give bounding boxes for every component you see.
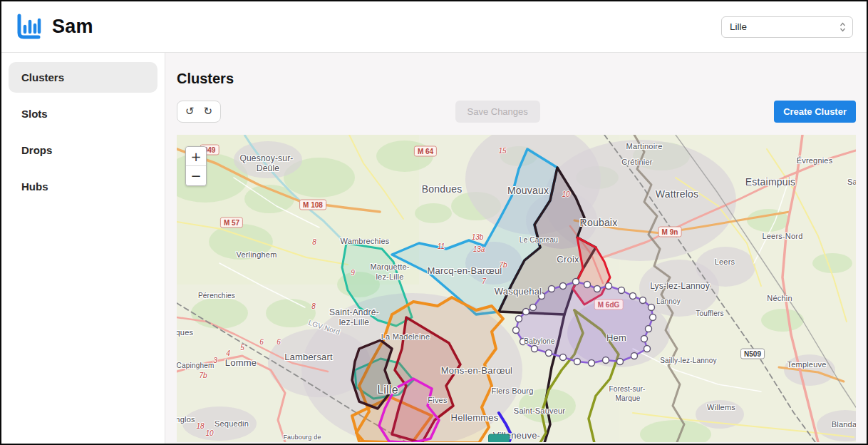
vertex-handle[interactable] (513, 327, 520, 334)
map-label-martinoire: Martinoire (626, 142, 663, 150)
main-content: Clusters ↺ ↻ Save Changes Create Cluster… (165, 53, 867, 444)
vertex-handle[interactable] (649, 305, 655, 311)
map-canvas[interactable]: Quesnoy-sur-DeûleBonduesMouvauxMartinoir… (177, 135, 856, 442)
undo-icon[interactable]: ↺ (185, 104, 195, 119)
road-shield-x (488, 434, 510, 443)
save-changes-button[interactable]: Save Changes (455, 101, 540, 123)
map-label-sequedin: Sequedin (215, 419, 249, 428)
map-label-fives: Fives (428, 396, 447, 404)
map-label-marque: Marque (615, 394, 640, 402)
road-number-3: 3 (213, 357, 217, 364)
map-label-verlinghem: Verlinghem (236, 250, 277, 259)
vertex-handle[interactable] (589, 360, 595, 367)
vertex-handle[interactable] (631, 353, 638, 359)
vertex-handle[interactable] (573, 279, 579, 285)
header: Sam Lille (1, 1, 867, 53)
map-label-leers: Leers (715, 257, 735, 266)
vertex-handle[interactable] (619, 287, 625, 294)
vertex-handle[interactable] (546, 350, 552, 357)
map-label-willems: Willems (707, 403, 735, 411)
vertex-handle[interactable] (523, 309, 529, 315)
road-number-10: 10 (562, 190, 569, 198)
vertex-handle[interactable] (641, 336, 648, 342)
vertex-handle[interactable] (594, 286, 601, 292)
road-number-7b: 7b (499, 261, 507, 269)
vertex-handle[interactable] (574, 359, 581, 365)
road-number-4: 4 (226, 349, 230, 357)
map-label-quesnoy-sur: Quesnoy-sur- (239, 153, 293, 163)
vertex-handle[interactable] (584, 282, 591, 288)
vertex-handle[interactable] (530, 305, 537, 311)
app-logo-chart-icon (14, 13, 43, 41)
map-label-blandain: Blandain (832, 420, 856, 429)
map-label-saint-sauveur: Saint-Sauveur (514, 406, 565, 415)
road-number-11: 11 (438, 242, 445, 250)
vertex-handle[interactable] (646, 326, 652, 332)
app-window: Sam Lille ClustersSlotsDropsHubs Cluster… (0, 0, 868, 445)
map-label-faubourg-de: Faubourg de (283, 434, 321, 441)
vertex-handle[interactable] (640, 297, 646, 304)
map-label-marcq-en-bar-ul: Marcq-en-Barœul (428, 265, 502, 276)
map-label-wattrelos: Wattrelos (656, 188, 698, 200)
region-select[interactable]: Lille (721, 16, 853, 38)
sidebar-item-hubs[interactable]: Hubs (9, 171, 157, 202)
road-shield-m-6dg: M 6dG (594, 300, 624, 310)
road-number-7b: 7b (199, 372, 207, 379)
region-select-value: Lille (730, 21, 839, 32)
map-label-la-madeleine: La Madeleine (381, 332, 430, 341)
map-label-lez-lille: lez-Lille (376, 272, 403, 281)
map-label-lys-lez-lannoy: Lys-lez-Lannoy (650, 281, 710, 291)
road-number-6: 6 (277, 338, 281, 346)
chevron-updown-icon (839, 21, 846, 33)
vertex-handle[interactable] (549, 286, 555, 292)
vertex-handle[interactable] (650, 314, 656, 321)
vertex-handle[interactable] (630, 293, 636, 300)
map-label-nglos: nglos (177, 415, 195, 424)
map-label-templeuve: Templeuve (787, 360, 827, 369)
road-number-5: 5 (240, 344, 244, 352)
map-green-area (191, 297, 248, 329)
map-label-sa: Sa (847, 178, 856, 186)
road-number-13b: 13b (472, 233, 484, 241)
map-label-wasquehal: Wasquehal (495, 286, 542, 297)
vertex-handle[interactable] (532, 346, 538, 352)
vertex-handle[interactable] (560, 283, 567, 290)
toolbar-center: Save Changes (221, 101, 774, 123)
road-number-8: 8 (312, 238, 316, 246)
road-number-18: 18 (196, 422, 204, 430)
vertex-handle[interactable] (603, 357, 609, 364)
vertex-handle[interactable] (516, 316, 522, 322)
cluster-dark-west-lille[interactable] (352, 340, 392, 409)
map-label-estaimpuis: Estaimpuis (745, 176, 795, 188)
map-label-n-chin: Néchin (767, 294, 792, 302)
app-title: Sam (52, 16, 93, 38)
road-number-8: 8 (311, 302, 316, 310)
road-number-13a: 13a (473, 245, 485, 253)
page-title: Clusters (177, 68, 856, 88)
map-label-lille: Lille (377, 384, 398, 397)
map-label-wambrechies: Wambrechies (340, 237, 389, 245)
map-label-de-le: Deûle (257, 163, 279, 173)
map-green-area (415, 203, 452, 223)
sidebar-item-drops[interactable]: Drops (9, 135, 157, 165)
vertex-handle[interactable] (606, 283, 612, 290)
road-number-6: 6 (259, 338, 264, 346)
road-shield-m-108: M 108 (299, 200, 326, 210)
map-label-sques: sques (177, 328, 193, 337)
create-cluster-button[interactable]: Create Cluster (774, 101, 856, 123)
map-label-le-capreau: Le Capreau (520, 236, 558, 244)
map-label-lannoy: Lannoy (656, 297, 681, 305)
road-number-9: 9 (351, 269, 355, 277)
undo-redo-group: ↺ ↻ (177, 101, 221, 123)
vertex-handle[interactable] (617, 359, 624, 365)
map-label-sailly-lez-lannoy: Sailly-lez-Lannoy (660, 357, 717, 364)
map-label-saint-andr: Saint-André- (329, 307, 379, 317)
redo-icon[interactable]: ↻ (204, 104, 213, 119)
zoom-out-button[interactable]: − (186, 166, 206, 185)
sidebar-item-slots[interactable]: Slots (9, 98, 157, 129)
map-label-forest-sur: Forest-sur- (609, 385, 645, 393)
sidebar-item-clusters[interactable]: Clusters (9, 62, 157, 93)
vertex-handle[interactable] (560, 354, 567, 361)
vertex-handle[interactable] (644, 346, 651, 352)
zoom-in-button[interactable]: + (186, 147, 206, 166)
